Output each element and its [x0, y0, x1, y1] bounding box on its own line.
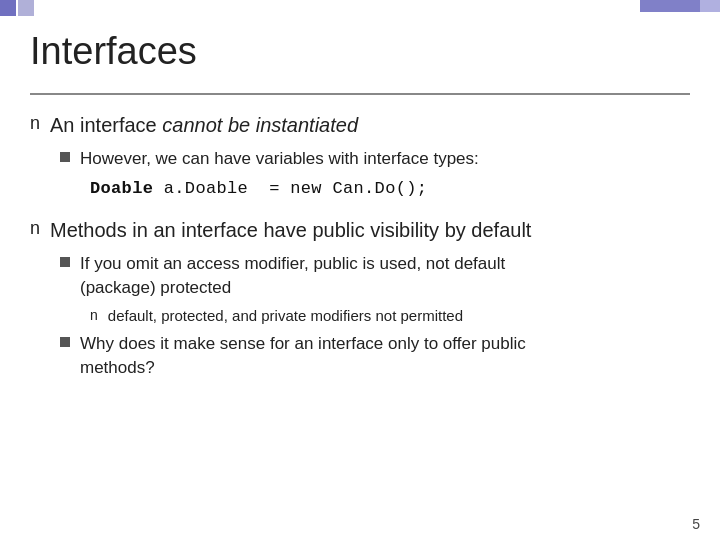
slide-content: Interfaces n An interface cannot be inst… — [30, 20, 690, 510]
sub-bullet-1: However, we can have variables with inte… — [60, 147, 690, 171]
deco-bar-2 — [700, 0, 720, 12]
deco-bar-1 — [640, 0, 700, 12]
bullet-marker-2: n — [30, 218, 40, 239]
sub-bullet-marker-3 — [60, 337, 70, 347]
italic-text-1: cannot be instantiated — [162, 114, 358, 136]
deco-square-1 — [0, 0, 16, 16]
code-block-1: Doable a.Doable = new Can.Do(); — [90, 179, 690, 198]
deco-square-2 — [18, 0, 34, 16]
top-left-decoration — [0, 0, 34, 16]
code-keyword-doable: Doable — [90, 179, 153, 198]
sub-bullet-2: If you omit an access modifier, public i… — [60, 252, 690, 300]
sub-bullet-3: Why does it make sense for an interface … — [60, 332, 690, 380]
sub-bullet-marker-2 — [60, 257, 70, 267]
page-number: 5 — [692, 516, 700, 532]
title-divider — [30, 93, 690, 95]
bullet-item-2: n Methods in an interface have public vi… — [30, 216, 690, 244]
slide-title: Interfaces — [30, 30, 690, 73]
bullet-item-1: n An interface cannot be instantiated — [30, 111, 690, 139]
bullet-text-1: An interface cannot be instantiated — [50, 111, 358, 139]
bullet-text-2: Methods in an interface have public visi… — [50, 216, 531, 244]
sub-sub-bullet-marker-1: n — [90, 307, 98, 323]
sub-bullet-text-2: If you omit an access modifier, public i… — [80, 252, 505, 300]
sub-sub-bullet-1: n default, protected, and private modifi… — [90, 305, 690, 326]
top-right-decoration — [640, 0, 720, 12]
bullet-marker-1: n — [30, 113, 40, 134]
underline-text-1: we can — [156, 149, 210, 168]
code-text-1: Doable a.Doable = new Can.Do(); — [90, 179, 427, 198]
sub-bullet-text-1: However, we can have variables with inte… — [80, 147, 479, 171]
sub-sub-bullet-text-1: default, protected, and private modifier… — [108, 305, 463, 326]
sub-bullet-marker-1 — [60, 152, 70, 162]
sub-bullet-text-3: Why does it make sense for an interface … — [80, 332, 526, 380]
